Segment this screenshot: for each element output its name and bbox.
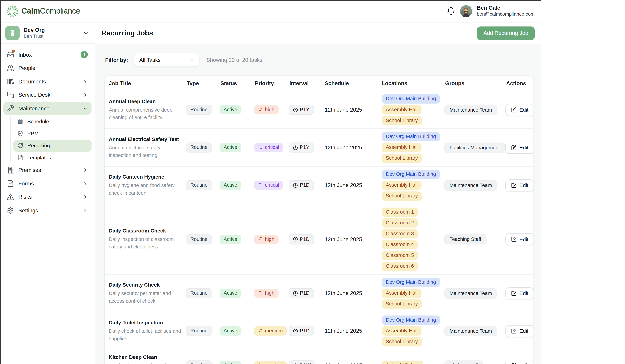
job-title: Annual Deep Clean: [109, 98, 183, 104]
locations-cell: Classroom 1Classroom 2Classroom 3Classro…: [381, 204, 444, 274]
location-chip-label: School Library: [386, 301, 418, 307]
edit-button[interactable]: Edit: [505, 360, 534, 364]
app-root: CalmCompliance: [0, 0, 625, 364]
type-badge: Routine: [186, 326, 212, 336]
interval-badge-label: P1D: [300, 182, 310, 188]
building-icon: [8, 29, 16, 37]
priority-cell: medium: [254, 326, 289, 336]
sidebar-item-templates[interactable]: Templates: [13, 152, 92, 164]
sidebar-item-risks[interactable]: Risks: [3, 190, 92, 203]
table-row: Daily Canteen HygieneDaily hygiene and f…: [105, 167, 533, 204]
brand-logo: CalmCompliance: [6, 5, 80, 17]
task-filter-value: All Tasks: [139, 57, 160, 63]
type-badge-label: Routine: [190, 182, 208, 188]
location-chip-label: Classroom 2: [386, 220, 414, 226]
add-recurring-job-button[interactable]: Add Recurring Job: [477, 26, 535, 40]
top-bar: CalmCompliance: [0, 0, 541, 23]
type-badge: Routine: [186, 234, 212, 244]
group-cell: Maintenance Team: [444, 326, 505, 336]
chevron-right-icon: [83, 208, 88, 213]
edit-button-label: Edit: [519, 107, 528, 113]
edit-button[interactable]: Edit: [505, 325, 534, 337]
sidebar-item-service-desk[interactable]: Service Desk: [3, 89, 92, 101]
sidebar-item-recurring[interactable]: Recurring: [13, 139, 92, 152]
sidebar-item-inbox[interactable]: Inbox 1: [3, 48, 92, 61]
group-badge: Maintenance Team: [444, 288, 497, 298]
edit-button[interactable]: Edit: [505, 142, 534, 153]
group-badge: Facilities Management: [444, 142, 505, 153]
table-body: Annual Deep CleanAnnual comprehensive de…: [105, 91, 533, 364]
people-icon: [7, 64, 14, 72]
unread-dot: [12, 50, 15, 53]
column-header: Actions: [505, 80, 533, 86]
type-cell: Routine: [186, 180, 219, 190]
sidebar-item-documents[interactable]: Documents: [3, 75, 92, 88]
location-chip: Assembly Hall: [382, 181, 422, 190]
task-filter-select[interactable]: All Tasks: [134, 53, 199, 67]
wrench-icon: [7, 105, 14, 112]
table-row: Annual Electrical Safety TestAnnual elec…: [105, 129, 533, 167]
status-badge-label: Active: [223, 290, 237, 296]
location-chip: Classroom 3: [382, 229, 418, 239]
type-cell: Routine: [186, 105, 219, 115]
location-chip: School Library: [382, 300, 422, 309]
job-cell: Daily Classroom CheckDaily inspection of…: [105, 224, 186, 255]
location-chip-label: Dev Org Main Building: [386, 317, 436, 323]
locations-cell: Dev Org Main BuildingAssembly HallSchool…: [381, 274, 444, 312]
sidebar-item-label: Schedule: [27, 119, 49, 124]
notifications-bell-icon[interactable]: [446, 7, 455, 15]
job-description: Weekly deep cleaning of kitchen faciliti…: [109, 362, 183, 364]
type-badge: Routine: [186, 288, 212, 298]
chevron-down-icon: [83, 30, 89, 36]
job-title: Daily Toilet Inspection: [109, 319, 183, 325]
status-badge-label: Active: [223, 328, 237, 334]
group-badge: Maintenance Team: [444, 326, 497, 336]
brand-name-light: Compliance: [40, 6, 80, 15]
location-chip-label: Dev Org Main Building: [386, 171, 436, 177]
job-cell: Kitchen Deep CleanWeekly deep cleaning o…: [105, 350, 186, 364]
interval-badge-label: P1Y: [300, 145, 309, 151]
sidebar-item-label: People: [19, 65, 35, 71]
sidebar-item-maintenance[interactable]: Maintenance: [3, 102, 92, 115]
org-switcher[interactable]: Dev Org Ben Trust: [0, 23, 95, 44]
location-chip-label: Dev Org Main Building: [386, 96, 436, 102]
sidebar-item-settings[interactable]: Settings: [3, 204, 92, 217]
schedule-date: 12th June 2025: [324, 328, 381, 334]
location-chip: School Library: [382, 154, 422, 163]
chevron-right-icon: [83, 181, 88, 186]
location-chip-label: Dev Org Main Building: [386, 279, 436, 285]
status-badge: Active: [219, 143, 241, 152]
sidebar-item-people[interactable]: People: [3, 62, 92, 75]
sidebar-item-ppm[interactable]: PPM: [13, 127, 92, 139]
sidebar-item-label: Risks: [19, 194, 32, 200]
type-badge-label: Routine: [190, 145, 208, 151]
location-chip: Classroom 4: [382, 240, 418, 249]
job-description: Daily security perimeter and access cont…: [109, 290, 183, 305]
job-cell: Daily Toilet InspectionDaily check of to…: [105, 315, 186, 346]
sidebar-item-premises[interactable]: Premises: [3, 164, 92, 177]
edit-button[interactable]: Edit: [505, 287, 534, 299]
main-content: Recurring Jobs Add Recurring Job Filter …: [95, 23, 541, 364]
priority-badge: medium: [254, 361, 287, 364]
edit-button[interactable]: Edit: [505, 179, 534, 191]
location-chip: Dev Org Main Building: [382, 170, 440, 179]
priority-badge-label: critical: [265, 182, 279, 188]
location-chip-label: Classroom 1: [386, 209, 414, 215]
job-description: Daily hygiene and food safety check in c…: [109, 182, 183, 197]
sidebar-item-schedule[interactable]: Schedule: [13, 115, 92, 127]
org-avatar: [5, 26, 20, 40]
edit-button[interactable]: Edit: [505, 233, 534, 245]
type-badge-label: Routine: [190, 236, 208, 242]
schedule-date: 12th June 2025: [324, 363, 381, 364]
sidebar-item-forms[interactable]: Forms: [3, 177, 92, 190]
priority-badge-label: high: [265, 107, 274, 113]
user-info[interactable]: Ben Gale ben@calmcompliance.com: [477, 5, 535, 18]
edit-button[interactable]: Edit: [505, 104, 534, 116]
location-chip: Classroom 6: [382, 262, 418, 271]
table-row: Daily Classroom CheckDaily inspection of…: [105, 204, 533, 274]
location-chip-label: School Kitchen: [386, 363, 419, 364]
window-top-edge: [0, 0, 541, 1]
chevron-down-icon: [188, 57, 194, 63]
interval-badge-label: P1D: [300, 328, 310, 334]
user-avatar[interactable]: [460, 5, 472, 17]
